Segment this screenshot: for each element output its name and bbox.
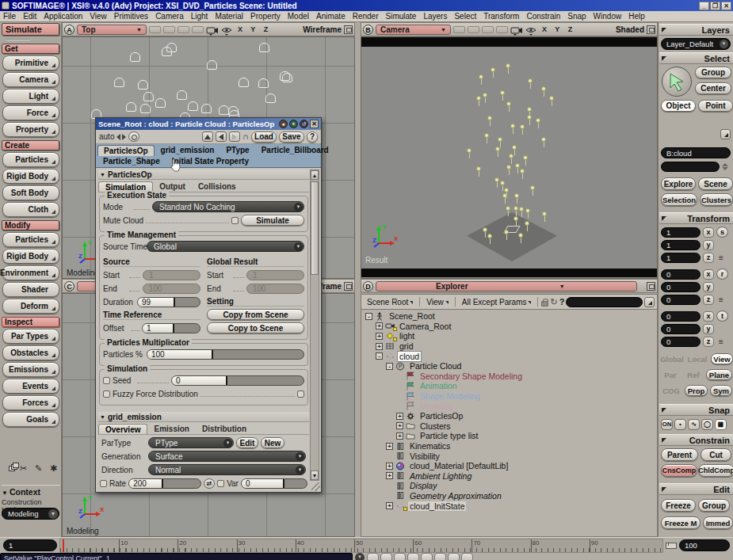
transform-options-icon[interactable]: ≡ [716, 253, 726, 263]
explorer-scope-menu[interactable]: Scene Root [364, 297, 416, 307]
transform-s-x-field[interactable]: 1 [661, 227, 701, 238]
expand-icon[interactable]: + [386, 502, 393, 509]
sidebar-button-modify-particles[interactable]: Particles [2, 232, 59, 247]
sidebar-button-get-property[interactable]: Property [2, 122, 59, 137]
sidebar-button-inspect-obstacles[interactable]: Obstacles [2, 345, 59, 360]
memo-cam-slot[interactable] [149, 26, 161, 33]
sidebar-button-get-camera[interactable]: Camera [2, 72, 59, 87]
tree-node-camera-root[interactable]: +Camera_Root [361, 322, 657, 332]
tab-particlesop[interactable]: ParticlesOp [97, 145, 155, 156]
menu-window[interactable]: Window [594, 12, 622, 21]
close-icon[interactable]: ✕ [721, 2, 731, 10]
nav-back-icon[interactable] [216, 131, 227, 142]
var-slider[interactable]: 0 [241, 478, 307, 489]
timeline-range-icon[interactable] [666, 543, 677, 549]
layer-select[interactable]: Layer_Default▼ [661, 38, 731, 50]
playback-button[interactable] [434, 553, 446, 560]
viewport-b-badge[interactable]: B [363, 25, 373, 35]
tab-ptype[interactable]: PType [220, 145, 254, 156]
selection-button[interactable]: Selection [661, 193, 697, 206]
playback-button[interactable] [421, 553, 433, 560]
sidebar-button-inspect-goals[interactable]: Goals [2, 412, 59, 427]
tree-node-display[interactable]: Display [361, 481, 657, 491]
axis-toggle-xyz[interactable]: X Y Z [238, 25, 271, 33]
sidebar-button-inspect-events[interactable]: Events [2, 379, 59, 394]
clusters-button[interactable]: Clusters [700, 193, 733, 206]
edit-ptype-button[interactable]: Edit [236, 437, 258, 448]
maximize-viewport-icon[interactable] [344, 282, 353, 291]
rate-checkbox[interactable] [100, 480, 107, 487]
var-checkbox[interactable] [217, 480, 224, 487]
menu-edit[interactable]: Edit [23, 12, 36, 21]
particlesop-section-header[interactable]: ▼ParticlesOp [98, 170, 309, 180]
cnscomp-button[interactable]: CnsComp [661, 464, 697, 477]
viewport-b-view-select[interactable]: Camera▼ [376, 25, 451, 35]
tree-node-shape-modeling[interactable]: Shape Modeling [361, 391, 657, 402]
new-ptype-button[interactable]: New [261, 437, 284, 448]
link-icon[interactable]: ⇄ [204, 478, 215, 489]
eye-icon[interactable] [221, 25, 234, 34]
explorer-view-select[interactable]: Explorer▼ [376, 281, 637, 291]
explorer-help-button[interactable]: ? [559, 297, 565, 307]
explorer-view-menu[interactable]: View [423, 297, 452, 307]
memo-cam-slot[interactable] [178, 26, 189, 33]
sym-button[interactable]: Sym [710, 385, 732, 396]
transform-options-icon[interactable]: ≡ [716, 295, 726, 305]
scene-button[interactable]: Scene [698, 177, 733, 190]
playhead[interactable] [63, 539, 64, 553]
copy-from-scene-button[interactable]: Copy from Scene [207, 309, 304, 320]
memo-cam-slot[interactable] [453, 26, 465, 33]
mode-local-button[interactable]: Local [686, 353, 708, 364]
sidebar-button-inspect-emissions[interactable]: Emissions [2, 362, 59, 377]
edit-section-header[interactable]: Edit [659, 483, 733, 495]
find-icon[interactable] [128, 131, 139, 142]
playback-button[interactable] [448, 553, 460, 560]
sidebar-button-get-light[interactable]: Light [2, 89, 59, 104]
fuzzy-force-checkbox[interactable] [103, 390, 110, 398]
partype-select[interactable]: PType▼ [148, 437, 234, 448]
sidebar-button-get-primitive[interactable]: Primitive [2, 55, 59, 70]
duplicate-icon[interactable] [2, 463, 14, 474]
select-filter-slot[interactable] [661, 116, 731, 127]
restore-icon[interactable]: ❐ [710, 2, 720, 10]
rate-slider[interactable]: 200 [128, 478, 201, 489]
select-point-button[interactable]: Point [698, 100, 733, 112]
sidebar-button-create-particles[interactable]: Particles [2, 152, 59, 167]
playback-button[interactable] [461, 553, 473, 560]
cycle-icon[interactable]: ↺ [300, 120, 308, 128]
menu-simulate[interactable]: Simulate [386, 12, 417, 21]
duration-slider[interactable]: 99 [137, 297, 200, 307]
recycle-lock-icon[interactable]: ∩ [242, 132, 249, 141]
transform-options-icon[interactable]: ≡ [716, 337, 726, 347]
seed-checkbox[interactable] [103, 377, 110, 384]
selection-field[interactable]: B:cloud [661, 147, 731, 158]
menu-property[interactable]: Property [250, 12, 281, 21]
tree-node-kinematics[interactable]: +Kinematics [361, 441, 657, 451]
menu-snap[interactable]: Snap [567, 12, 586, 21]
axis-x-button[interactable]: x [703, 227, 714, 238]
weight-icon[interactable]: ✱ [48, 463, 59, 474]
direction-select[interactable]: Normal▼ [148, 464, 306, 475]
menu-camera[interactable]: Camera [155, 12, 184, 21]
select-section-header[interactable]: Select [659, 52, 733, 64]
axis-x-button[interactable]: x [703, 269, 714, 280]
immed-button[interactable]: Immed [703, 516, 733, 529]
expand-icon[interactable]: + [376, 333, 383, 340]
source-time-select[interactable]: Global▼ [147, 241, 304, 252]
tree-node-particle-type-list[interactable]: +Particle type list [361, 431, 657, 441]
dialog-scrollbar[interactable]: ▲ ▼ [310, 170, 319, 481]
sidebar-button-inspect-forces[interactable]: Forces [2, 395, 59, 410]
subtab-collisions[interactable]: Collisions [192, 181, 242, 192]
memo-cam-slot[interactable] [496, 26, 508, 33]
viewport-d-badge[interactable]: D [363, 281, 373, 291]
selection-cycle-icons[interactable] [722, 162, 728, 172]
playback-button[interactable] [367, 553, 379, 560]
fuzzy-force-toggle[interactable] [297, 390, 304, 398]
auto-inspect-button[interactable]: auto [99, 132, 114, 141]
sidebar-button-create-soft-body[interactable]: Soft Body [2, 185, 59, 200]
sidebar-button-inspect-par-types[interactable]: Par Types [2, 329, 59, 344]
offset-slider[interactable]: 1 [142, 323, 200, 333]
viewport-c-badge[interactable]: C [64, 281, 74, 291]
module-selector[interactable]: Simulate [2, 23, 59, 36]
menu-constrain[interactable]: Constrain [526, 12, 560, 21]
